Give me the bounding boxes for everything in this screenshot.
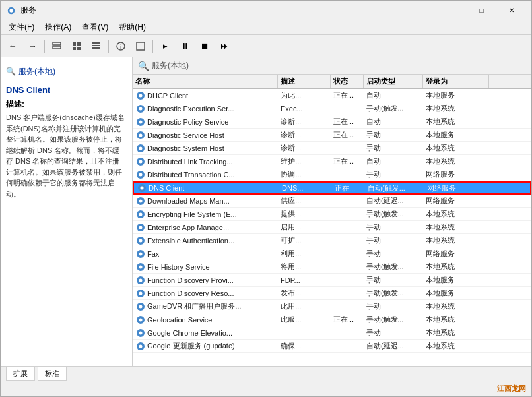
service-login: 本地服务	[423, 90, 489, 100]
service-list: DHCP Client为此...正在...自动本地服务Diagnostic Ex…	[133, 89, 531, 353]
tab-expand[interactable]: 扩展	[6, 367, 35, 381]
close-button[interactable]: ✕	[496, 1, 526, 20]
table-row[interactable]: Encrypting File System (E...提供...手动(触发..…	[133, 208, 531, 221]
view-btn-3[interactable]	[131, 38, 150, 55]
table-row[interactable]: GameDVR 和广播用户服务...此用...手动本地系统	[133, 300, 531, 313]
service-name: GameDVR 和广播用户服务...	[147, 301, 241, 311]
service-startup: 自动	[364, 156, 423, 166]
service-login: 本地系统	[423, 156, 489, 166]
service-name: Fax	[147, 250, 159, 258]
maximize-button[interactable]: □	[467, 1, 496, 20]
table-row[interactable]: Distributed Link Tracking...维护...正在...自动…	[133, 155, 531, 168]
table-row[interactable]: File History Service将用...手动(触发...本地系统	[133, 260, 531, 274]
table-row[interactable]: Enterprise App Manage...启用...手动本地系统	[133, 221, 531, 234]
service-desc: 为此...	[278, 90, 331, 100]
stop-button[interactable]: ⏹	[195, 38, 214, 55]
selected-service-title[interactable]: DNS Client	[6, 85, 127, 95]
menu-action[interactable]: 操作(A)	[40, 20, 77, 34]
service-login: 本地系统	[423, 104, 489, 113]
table-row[interactable]: Downloaded Maps Man...供应...自动(延迟...网络服务	[133, 195, 531, 208]
service-status: 正在...	[331, 130, 364, 140]
toolbar-separator-3	[152, 40, 153, 53]
table-row[interactable]: Geolocation Service此服...正在...手动(触发...本地系…	[133, 313, 531, 326]
view-btn-1[interactable]	[67, 38, 86, 55]
service-name: Distributed Link Tracking...	[147, 158, 233, 166]
service-startup: 自动	[364, 90, 423, 100]
description-label: 描述:	[6, 99, 127, 110]
table-row[interactable]: Diagnostic Execution Ser...Exec...手动(触发.…	[133, 102, 531, 115]
window-controls[interactable]: — □ ✕	[437, 1, 526, 20]
service-desc: 诊断...	[278, 117, 331, 127]
svg-point-41	[139, 265, 143, 268]
service-startup: 手动	[364, 169, 423, 179]
play-button[interactable]: ▸	[156, 38, 174, 55]
services-container[interactable]: 名称 描述 状态 启动类型 登录为 DHCP Client为此...正在...自…	[133, 75, 531, 366]
table-row[interactable]: Function Discovery Reso...发布...手动(触发...本…	[133, 287, 531, 300]
menu-help[interactable]: 帮助(H)	[114, 20, 151, 34]
view-btn-2[interactable]	[87, 38, 106, 55]
col-header-desc[interactable]: 描述	[278, 75, 331, 88]
service-desc: 诊断...	[278, 143, 331, 153]
table-row[interactable]: Diagnostic System Host诊断...手动本地系统	[133, 142, 531, 155]
left-panel-title[interactable]: 服务(本地)	[18, 66, 55, 77]
pause-button[interactable]: ⏸	[176, 38, 194, 55]
search-icon: 🔍	[6, 67, 16, 76]
table-row[interactable]: Extensible Authentication...可扩...手动本地系统	[133, 234, 531, 247]
col-header-startup[interactable]: 启动类型	[364, 75, 423, 88]
panel-header-icon: 🔍	[138, 61, 149, 71]
table-row[interactable]: Fax利用...手动网络服务	[133, 247, 531, 260]
service-login: 本地系统	[423, 262, 489, 272]
service-startup: 手动(触发...	[364, 262, 423, 272]
svg-point-49	[139, 318, 143, 321]
service-icon	[135, 209, 146, 220]
svg-point-31	[139, 199, 143, 202]
service-startup: 自动	[364, 117, 423, 127]
svg-point-15	[139, 94, 143, 97]
menu-file[interactable]: 文件(F)	[3, 20, 40, 34]
minimize-button[interactable]: —	[437, 1, 467, 20]
service-status: 正在...	[331, 156, 364, 166]
service-desc: 供应...	[278, 196, 331, 206]
service-login: 网络服务	[423, 249, 489, 259]
svg-text:i: i	[120, 44, 121, 50]
menu-bar: 文件(F) 操作(A) 查看(V) 帮助(H)	[1, 20, 531, 35]
info-button[interactable]: i	[112, 38, 130, 55]
service-icon	[135, 156, 146, 167]
service-icon	[135, 328, 146, 338]
back-button[interactable]: ←	[3, 38, 22, 55]
restart-button[interactable]: ⏭	[215, 38, 234, 55]
table-row[interactable]: Diagnostic Policy Service诊断...正在...自动本地系…	[133, 115, 531, 129]
service-startup: 手动	[364, 235, 423, 245]
table-row[interactable]: Diagnostic Service Host诊断...正在...手动本地服务	[133, 129, 531, 142]
service-login: 本地服务	[423, 275, 489, 285]
window-icon	[6, 5, 17, 16]
col-header-login[interactable]: 登录为	[423, 75, 489, 88]
table-row[interactable]: DNS ClientDNS...正在...自动(触发...网络服务	[133, 181, 531, 195]
service-name: DHCP Client	[147, 92, 188, 100]
service-login: 本地服务	[423, 130, 489, 140]
toolbar-separator-1	[44, 40, 45, 53]
service-desc: DNS...	[279, 184, 332, 192]
table-row[interactable]: Distributed Transaction C...协调...手动网络服务	[133, 168, 531, 181]
table-row[interactable]: Google Chrome Elevatio...手动本地系统	[133, 326, 531, 340]
forward-button[interactable]: →	[23, 38, 42, 55]
col-header-status[interactable]: 状态	[331, 75, 364, 88]
service-name: Distributed Transaction C...	[147, 171, 235, 179]
show-hide-button[interactable]	[48, 38, 66, 55]
menu-view[interactable]: 查看(V)	[77, 20, 114, 34]
service-name: Diagnostic Service Host	[147, 131, 224, 139]
service-startup: 自动(延迟...	[364, 196, 423, 206]
service-icon	[135, 301, 146, 312]
service-name: Google 更新服务 (gupdate)	[147, 341, 235, 351]
tab-standard[interactable]: 标准	[38, 367, 67, 381]
service-description: DNS 客户端服务(dnscache)缓存域名系统(DNS)名称并注册该计算机的…	[6, 112, 127, 199]
service-startup: 手动	[364, 328, 423, 338]
svg-rect-3	[53, 46, 61, 49]
table-row[interactable]: Google 更新服务 (gupdate)确保...自动(延迟...本地系统	[133, 340, 531, 353]
service-login: 本地系统	[423, 209, 489, 219]
col-header-name[interactable]: 名称	[133, 75, 278, 88]
table-row[interactable]: Function Discovery Provi...FDP...手动本地服务	[133, 274, 531, 287]
service-desc: 此用...	[278, 301, 331, 311]
table-row[interactable]: DHCP Client为此...正在...自动本地服务	[133, 89, 531, 102]
service-icon	[137, 183, 147, 193]
